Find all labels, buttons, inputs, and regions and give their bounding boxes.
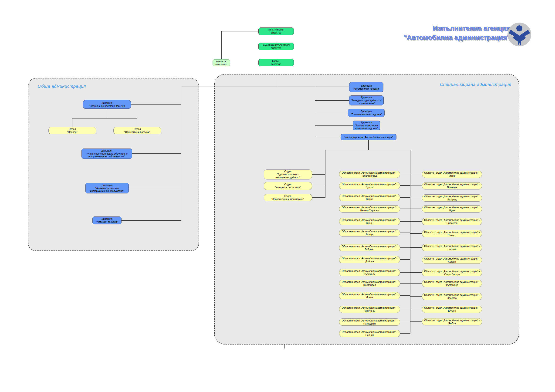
connector-line: [410, 221, 422, 222]
regional-office-box: Областен отдел „Автомобилна администраци…: [339, 280, 400, 287]
connector-line: [400, 247, 410, 248]
executive-director-box: Изпълнителен директор: [258, 28, 294, 35]
connector-line: [315, 137, 341, 137]
connector-line: [400, 272, 410, 273]
specialized-administration-label: Специализирана администрация: [419, 82, 511, 87]
regional-office-box: Областен отдел „Автомобилна администраци…: [339, 244, 400, 251]
agency-logo-icon: [507, 22, 532, 47]
directorate-vehicles-box: Дирекция "Пътни превозни средства": [348, 109, 385, 117]
connector-line: [410, 209, 422, 209]
connector-line: [222, 31, 258, 31]
financial-controller-box: Финансов контрольор: [212, 59, 230, 66]
connector-line: [132, 153, 181, 154]
regional-office-box: Областен отдел „Автомобилна администраци…: [339, 306, 400, 313]
general-administration-label: Обща администрация: [38, 84, 86, 89]
agency-title-line1: Изпълнителна агенция: [372, 24, 510, 33]
connector-line: [131, 104, 181, 104]
regional-office-box: Областен отдел „Автомобилна администраци…: [339, 194, 400, 201]
connector-line: [276, 35, 276, 43]
connector-line: [315, 87, 315, 137]
directorate-finance-box: Дирекция "Финансово-счетоводно обслужван…: [81, 149, 132, 159]
regional-office-box: Областен отдел „Автомобилна администраци…: [422, 256, 482, 264]
connector-line: [72, 118, 137, 118]
regional-office-box: Областен отдел „Автомобилна администраци…: [339, 182, 400, 189]
connector-line: [315, 100, 349, 101]
connector-line: [410, 260, 422, 260]
connector-line: [400, 333, 410, 334]
connector-line: [410, 186, 422, 186]
connector-line: [410, 296, 422, 297]
connector-line: [410, 283, 422, 283]
regional-office-box: Областен отдел „Автомобилна администраци…: [339, 229, 400, 237]
connector-line: [400, 295, 410, 296]
connector-line: [276, 66, 276, 87]
connector-line: [312, 197, 325, 198]
regional-office-box: Областен отдел „Автомобилна администраци…: [339, 218, 400, 225]
connector-line: [400, 197, 410, 198]
agency-title-line2: "Автомобилна администрация": [372, 33, 510, 42]
regional-office-box: Областен отдел „Автомобилна администраци…: [422, 230, 482, 237]
secretary-general-box: Главен секретар: [258, 59, 294, 66]
connector-line: [325, 150, 410, 150]
regional-office-box: Областен отдел „Автомобилна администраци…: [422, 280, 482, 287]
connector-line: [221, 31, 222, 59]
connector-line: [400, 232, 410, 233]
connector-line: [122, 220, 181, 221]
connector-line: [400, 209, 410, 209]
connector-line: [285, 345, 285, 348]
connector-line: [400, 221, 410, 222]
directorate-international-box: Дирекция "Международна дейност и разреши…: [349, 95, 384, 105]
dept-control-stats-box: Отдел "Контрол и статистика": [264, 182, 312, 190]
regional-office-box: Областен отдел „Автомобилна администраци…: [422, 205, 482, 212]
regional-office-box: Областен отдел „Автомобилна администраци…: [339, 319, 400, 326]
regional-office-box: Областен отдел „Автомобилна администраци…: [339, 330, 400, 337]
regional-office-box: Областен отдел „Автомобилна администраци…: [422, 218, 482, 225]
connector-line: [410, 174, 422, 174]
org-chart-canvas: Обща администрация Специализирана админи…: [0, 0, 555, 392]
connector-line: [368, 140, 369, 150]
connector-line: [410, 150, 410, 334]
connector-line: [410, 247, 422, 248]
regional-office-box: Областен отдел „Автомобилна администраци…: [422, 182, 482, 189]
connector-line: [400, 283, 410, 283]
connector-line: [315, 113, 348, 113]
dept-procurement-box: Отдел "Обществени поръчки": [113, 127, 161, 134]
regional-office-box: Областен отдел „Автомобилна администраци…: [422, 318, 482, 326]
connector-line: [400, 174, 410, 174]
connector-line: [276, 50, 276, 59]
connector-line: [410, 233, 422, 234]
directorate-transport-box: Дирекция "Автомобилни превози": [349, 82, 383, 92]
connector-line: [410, 272, 422, 273]
connector-line: [400, 322, 410, 322]
connector-line: [72, 118, 73, 127]
regional-office-box: Областен отдел „Автомобилна администраци…: [339, 269, 400, 276]
dept-legal-box: Отдел "Правен": [48, 127, 96, 134]
connector-line: [400, 259, 410, 260]
regional-office-box: Областен отдел „Автомобилна администраци…: [422, 306, 482, 313]
connector-line: [107, 109, 107, 118]
directorate-admin-info-box: Дирекция "Административно и информационн…: [85, 183, 129, 193]
regional-office-box: Областен отдел „Автомобилна администраци…: [422, 293, 482, 300]
regional-office-box: Областен отдел „Автомобилна администраци…: [422, 244, 482, 251]
connector-line: [325, 150, 325, 198]
deputy-executive-director-box: Заместник изпълнителен директор: [258, 43, 294, 50]
dept-coordination-box: Отдел "Координация и мониторинг": [264, 194, 312, 201]
connector-line: [410, 198, 422, 198]
connector-line: [400, 185, 410, 186]
directorate-drivers-box: Дирекция "Водачи на моторни превозни сре…: [353, 121, 380, 130]
connector-line: [181, 87, 349, 87]
directorate-legal-box: Дирекция "Правна и обществени поръчки: [83, 100, 131, 109]
connector-line: [410, 321, 422, 322]
regional-office-box: Областен отдел „Автомобилна администраци…: [339, 256, 400, 263]
regional-office-box: Областен отдел „Автомобилна администраци…: [339, 171, 400, 178]
connector-line: [129, 188, 181, 188]
regional-office-box: Областен отдел „Автомобилна администраци…: [422, 194, 482, 202]
regional-office-box: Областен отдел „Автомобилна администраци…: [422, 269, 482, 276]
connector-line: [400, 309, 410, 309]
regional-office-box: Областен отдел „Автомобилна администраци…: [422, 171, 482, 178]
connector-line: [312, 186, 325, 186]
connector-line: [137, 118, 137, 127]
directorate-hr-box: Дирекция "Човешки ресурси": [92, 217, 122, 225]
regional-office-box: Областен отдел „Автомобилна администраци…: [339, 292, 400, 299]
connector-line: [312, 174, 325, 174]
